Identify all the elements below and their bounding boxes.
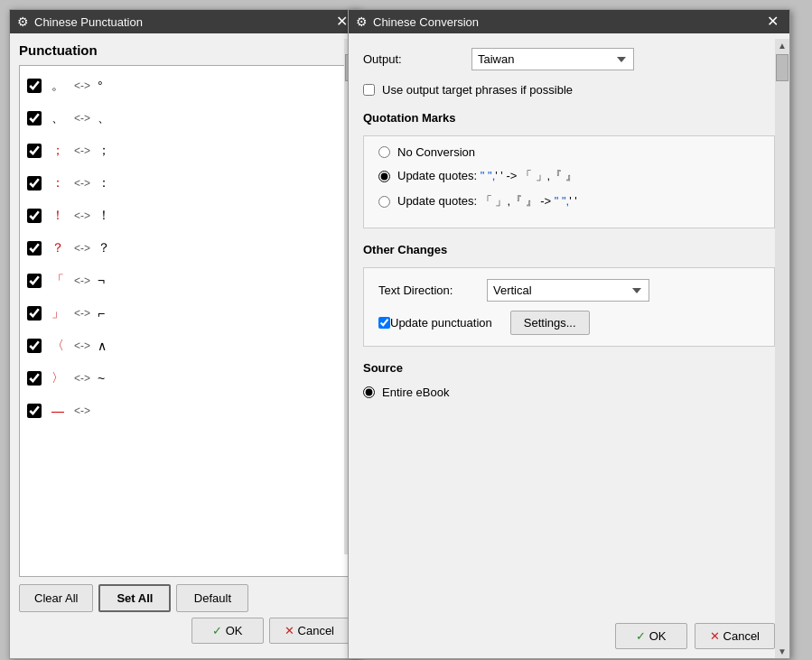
punct-result-9: ∧ <box>98 339 107 353</box>
set-all-button[interactable]: Set All <box>98 584 171 612</box>
punct-char-11: — <box>49 404 67 418</box>
conversion-scroll-thumb[interactable] <box>776 54 789 81</box>
punct-checkbox-6[interactable] <box>27 241 42 256</box>
conversion-close-button[interactable]: ✕ <box>763 14 782 29</box>
punct-checkbox-10[interactable] <box>27 371 42 386</box>
conversion-ok-check-icon: ✓ <box>636 629 646 643</box>
ok-check-icon: ✓ <box>212 624 222 637</box>
other-changes-title: Other Changes <box>363 243 775 256</box>
use-phrases-row: Use output target phrases if possible <box>363 83 775 97</box>
table-row: 〈 <-> ∧ <box>22 330 347 362</box>
quotation-marks-title: Quotation Marks <box>363 111 775 125</box>
update-quotes-1-label: Update quotes: " ",' ' -> 「 」,『 』 <box>397 168 577 184</box>
punct-result-5: ！ <box>98 208 110 224</box>
text-direction-label: Text Direction: <box>378 284 487 297</box>
conversion-scroll-up[interactable]: ▲ <box>778 39 787 52</box>
punctuation-title-icon: ⚙ <box>17 14 29 29</box>
punct-result-4: ： <box>98 175 110 191</box>
punct-arrow-6: <-> <box>74 242 90 255</box>
punct-char-3: ； <box>49 143 67 159</box>
update-punctuation-checkbox[interactable] <box>378 317 390 329</box>
conversion-scroll-down[interactable]: ▼ <box>778 645 787 658</box>
use-phrases-label: Use output target phrases if possible <box>382 83 573 97</box>
punctuation-titlebar: ⚙ Chinese Punctuation ✕ <box>10 10 359 33</box>
conversion-cancel-x-icon: ✕ <box>710 629 720 643</box>
conversion-cancel-button[interactable]: ✕Cancel <box>695 623 775 649</box>
cancel-x-icon: ✕ <box>285 624 294 637</box>
punct-char-8: 」 <box>49 305 67 321</box>
punct-result-2: 、 <box>98 110 110 126</box>
punct-arrow-3: <-> <box>74 144 90 157</box>
punct-checkbox-3[interactable] <box>27 144 42 158</box>
update-punctuation-label: Update punctuation <box>390 316 492 330</box>
conversion-titlebar: ⚙ Chinese Conversion ✕ <box>349 10 789 33</box>
punct-arrow-2: <-> <box>74 112 90 125</box>
table-row: ？ <-> ？ <box>22 232 347 265</box>
punct-char-1: 。 <box>49 78 67 94</box>
entire-ebook-label: Entire eBook <box>382 386 449 399</box>
use-phrases-checkbox[interactable] <box>363 84 375 96</box>
default-button[interactable]: Default <box>176 584 248 612</box>
table-row: 、 <-> 、 <box>22 102 347 135</box>
table-row: ； <-> ； <box>22 135 347 167</box>
punctuation-list: 。 <-> ° 、 <-> 、 ； <-> ； ： <-> <box>19 65 350 577</box>
punct-arrow-7: <-> <box>74 274 90 287</box>
punct-checkbox-11[interactable] <box>27 404 42 418</box>
text-direction-row: Text Direction: Vertical Horizontal <box>378 279 760 302</box>
update-quotes-2-radio[interactable] <box>378 196 390 208</box>
clear-all-button[interactable]: Clear All <box>19 584 93 612</box>
other-changes-box: Text Direction: Vertical Horizontal Upda… <box>363 267 775 347</box>
no-conversion-row: No Conversion <box>378 145 760 159</box>
conversion-scrollbar[interactable]: ▲ ▼ <box>775 39 789 658</box>
table-row: 。 <-> ° <box>22 70 347 102</box>
punct-arrow-10: <-> <box>74 372 90 385</box>
quotation-marks-box: No Conversion Update quotes: " ",' ' -> … <box>363 135 775 228</box>
entire-ebook-radio[interactable] <box>363 386 375 398</box>
punct-arrow-9: <-> <box>74 339 90 352</box>
punct-checkbox-9[interactable] <box>27 339 42 353</box>
conversion-ok-button[interactable]: ✓OK <box>615 623 687 649</box>
output-select[interactable]: Taiwan Mainland None <box>471 48 634 70</box>
table-row: — <-> <box>22 395 347 427</box>
punct-result-1: ° <box>98 79 103 93</box>
punctuation-cancel-button[interactable]: ✕Cancel <box>269 618 350 644</box>
punct-arrow-8: <-> <box>74 307 90 320</box>
punct-checkbox-2[interactable] <box>27 111 42 125</box>
table-row: ！ <-> ！ <box>22 200 347 232</box>
punctuation-title-text: Chinese Punctuation <box>34 15 332 29</box>
punctuation-dialog: ⚙ Chinese Punctuation ✕ Punctuation 。 <-… <box>9 9 359 659</box>
punct-checkbox-1[interactable] <box>27 79 42 93</box>
table-row: ： <-> ： <box>22 167 347 200</box>
text-direction-select[interactable]: Vertical Horizontal <box>487 279 649 302</box>
conversion-title-icon: ⚙ <box>356 14 368 29</box>
update-quotes-2-label: Update quotes: 「 」,『 』 -> " ",' ' <box>397 193 577 209</box>
punct-arrow-4: <-> <box>74 177 90 190</box>
punctuation-heading: Punctuation <box>19 42 350 58</box>
punct-result-3: ； <box>98 143 110 159</box>
punct-checkbox-8[interactable] <box>27 306 42 321</box>
punct-result-8: ⌐ <box>98 306 105 321</box>
punct-char-2: 、 <box>49 110 67 126</box>
punct-checkbox-7[interactable] <box>27 274 42 288</box>
punct-result-10: ~ <box>98 371 105 386</box>
punct-char-10: 〉 <box>49 370 67 386</box>
punct-checkbox-4[interactable] <box>27 176 42 191</box>
update-quotes-2-row: Update quotes: 「 」,『 』 -> " ",' ' <box>378 193 760 209</box>
punct-result-6: ？ <box>98 240 110 256</box>
punct-arrow-1: <-> <box>74 79 90 92</box>
conversion-ok-cancel-area: ✓OK ✕Cancel <box>615 623 775 649</box>
table-row: 〉 <-> ~ <box>22 362 347 395</box>
punct-char-7: 「 <box>49 273 67 289</box>
update-quotes-1-radio[interactable] <box>378 171 390 182</box>
settings-button[interactable]: Settings... <box>510 311 590 335</box>
entire-ebook-row: Entire eBook <box>363 386 775 399</box>
output-row: Output: Taiwan Mainland None <box>363 48 775 70</box>
no-conversion-radio[interactable] <box>378 146 390 158</box>
no-conversion-label: No Conversion <box>397 145 475 159</box>
punct-arrow-5: <-> <box>74 209 90 222</box>
punct-char-5: ！ <box>49 208 67 224</box>
output-label: Output: <box>363 52 471 66</box>
punct-result-7: ¬ <box>98 274 105 288</box>
punctuation-ok-button[interactable]: ✓OK <box>191 618 264 644</box>
punct-checkbox-5[interactable] <box>27 209 42 223</box>
